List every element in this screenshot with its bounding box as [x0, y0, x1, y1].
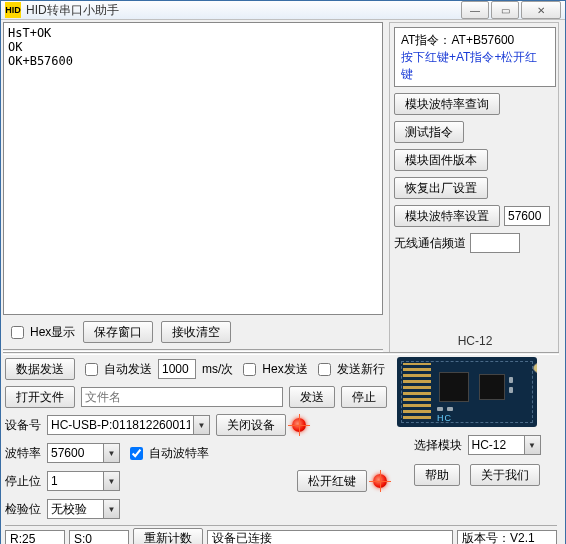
chevron-down-icon[interactable]: ▼: [193, 416, 209, 434]
tx-count-value: 0: [85, 532, 92, 545]
stop-button[interactable]: 停止: [341, 386, 387, 408]
send-data-button[interactable]: 数据发送: [5, 358, 75, 380]
close-button[interactable]: ✕: [521, 1, 561, 19]
hex-display-checkbox[interactable]: Hex显示: [7, 323, 75, 342]
minimize-button[interactable]: —: [461, 1, 489, 19]
set-baud-input[interactable]: [504, 206, 550, 226]
window-title: HID转串口小助手: [26, 2, 461, 19]
at-command-line1: AT指令：AT+B57600: [401, 32, 549, 49]
firmware-version-button[interactable]: 模块固件版本: [394, 149, 488, 171]
parity-value[interactable]: [48, 500, 103, 518]
chevron-down-icon[interactable]: ▼: [103, 472, 119, 490]
device-combo[interactable]: ▼: [47, 415, 210, 435]
save-window-button[interactable]: 保存窗口: [83, 321, 153, 343]
auto-send-label: 自动发送: [104, 361, 152, 378]
factory-reset-button[interactable]: 恢复出厂设置: [394, 177, 488, 199]
open-file-button[interactable]: 打开文件: [5, 386, 75, 408]
hc-model-label: HC-12: [394, 334, 556, 348]
chevron-down-icon[interactable]: ▼: [103, 444, 119, 462]
tx-count-box: S:0: [69, 530, 129, 545]
auto-baud-label: 自动波特率: [149, 445, 209, 462]
auto-send-interval-input[interactable]: [158, 359, 196, 379]
set-baud-button[interactable]: 模块波特率设置: [394, 205, 500, 227]
baud-label: 波特率: [5, 445, 41, 462]
device-led-icon: [292, 418, 306, 432]
auto-baud-checkbox[interactable]: 自动波特率: [126, 444, 209, 463]
parity-label: 检验位: [5, 501, 41, 518]
auto-send-unit-label: ms/次: [202, 361, 233, 378]
channel-label: 无线通信频道: [394, 235, 466, 252]
help-button[interactable]: 帮助: [414, 464, 460, 486]
close-device-button[interactable]: 关闭设备: [216, 414, 286, 436]
baud-combo[interactable]: ▼: [47, 443, 120, 463]
device-value[interactable]: [48, 416, 193, 434]
module-image: HC: [397, 357, 557, 427]
send-newline-label: 发送新行: [337, 361, 385, 378]
clear-receive-button[interactable]: 接收清空: [161, 321, 231, 343]
red-led-icon: [373, 474, 387, 488]
query-baud-button[interactable]: 模块波特率查询: [394, 93, 500, 115]
hex-send-checkbox[interactable]: Hex发送: [239, 360, 307, 379]
app-icon: HID: [5, 2, 21, 18]
at-command-display: AT指令：AT+B57600 按下红键+AT指令+松开红键: [394, 27, 556, 87]
titlebar: HID HID转串口小助手 — ▭ ✕: [1, 1, 565, 20]
select-module-combo[interactable]: ▼: [468, 435, 541, 455]
status-bar: R:25 S:0 重新计数 设备已连接 版本号：V2.1: [5, 525, 557, 544]
stopbit-combo[interactable]: ▼: [47, 471, 120, 491]
about-button[interactable]: 关于我们: [470, 464, 540, 486]
auto-send-checkbox[interactable]: 自动发送: [81, 360, 152, 379]
at-command-line2: 按下红键+AT指令+松开红键: [401, 49, 549, 83]
app-window: HID HID转串口小助手 — ▭ ✕ HsT+OK OK OK+B57600 …: [0, 0, 566, 544]
test-command-button[interactable]: 测试指令: [394, 121, 464, 143]
reset-count-button[interactable]: 重新计数: [133, 528, 203, 545]
hex-send-label: Hex发送: [262, 361, 307, 378]
select-module-value[interactable]: [469, 436, 524, 454]
release-red-button[interactable]: 松开红键: [297, 470, 367, 492]
select-module-label: 选择模块: [414, 437, 462, 454]
at-panel: AT指令：AT+B57600 按下红键+AT指令+松开红键 模块波特率查询 测试…: [389, 22, 559, 352]
rx-count-value: 25: [22, 532, 35, 545]
baud-value[interactable]: [48, 444, 103, 462]
device-label: 设备号: [5, 417, 41, 434]
hex-display-label: Hex显示: [30, 324, 75, 341]
status-text: 设备已连接: [207, 530, 453, 545]
rx-count-box: R:25: [5, 530, 65, 545]
channel-input[interactable]: [470, 233, 520, 253]
version-text: 版本号：V2.1: [457, 530, 557, 545]
chevron-down-icon[interactable]: ▼: [524, 436, 540, 454]
receive-textarea[interactable]: HsT+OK OK OK+B57600: [3, 22, 383, 315]
stopbit-value[interactable]: [48, 472, 103, 490]
filename-input[interactable]: [81, 387, 283, 407]
maximize-button[interactable]: ▭: [491, 1, 519, 19]
send-file-button[interactable]: 发送: [289, 386, 335, 408]
chevron-down-icon[interactable]: ▼: [103, 500, 119, 518]
send-newline-checkbox[interactable]: 发送新行: [314, 360, 385, 379]
stopbit-label: 停止位: [5, 473, 41, 490]
parity-combo[interactable]: ▼: [47, 499, 120, 519]
